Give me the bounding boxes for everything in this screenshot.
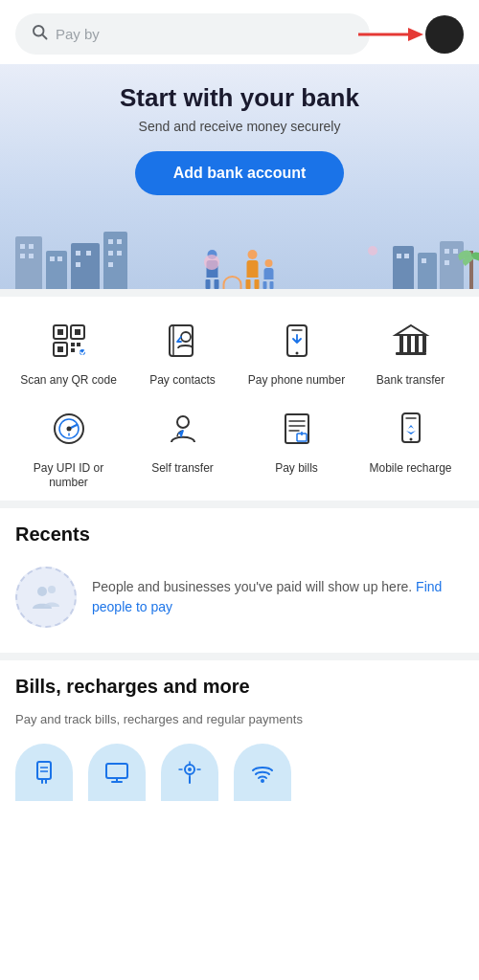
broadband-icon	[88, 744, 146, 801]
action-pay-contacts-label: Pay contacts	[149, 373, 216, 389]
svg-point-40	[37, 587, 47, 596]
city-buildings-left	[15, 222, 130, 289]
contacts-icon	[158, 316, 208, 366]
action-pay-bills-label: Pay bills	[275, 461, 318, 477]
location-icon	[161, 744, 218, 801]
divider-1	[0, 289, 479, 297]
svg-rect-5	[57, 329, 63, 335]
red-arrow-annotation	[358, 25, 425, 44]
bills-icons-row	[15, 744, 464, 816]
palm-tree	[469, 251, 473, 289]
recents-avatar-placeholder	[15, 567, 77, 628]
banner-title: Start with your bank	[15, 83, 464, 113]
svg-rect-42	[37, 762, 51, 779]
banner-illustration	[15, 212, 464, 289]
search-bar-container: Pay by	[0, 0, 479, 64]
quick-actions-section: Scan any QR code Pay contacts	[0, 297, 479, 501]
svg-rect-23	[407, 335, 411, 352]
svg-rect-22	[399, 335, 403, 352]
svg-rect-11	[77, 343, 80, 346]
action-pay-contacts[interactable]: Pay contacts	[129, 316, 236, 389]
svg-rect-24	[415, 335, 419, 352]
svg-rect-10	[71, 343, 75, 346]
recents-title: Recents	[15, 523, 464, 546]
banner-section: Start with your bank Send and receive mo…	[0, 64, 479, 289]
divider-3	[0, 653, 479, 660]
svg-rect-26	[396, 352, 426, 355]
bills-title: Bills, recharges and more	[15, 676, 464, 698]
self-transfer-icon	[158, 404, 208, 454]
svg-rect-25	[422, 335, 426, 352]
bills-section: Bills, recharges and more Pay and track …	[0, 660, 479, 826]
recents-empty-state: People and businesses you've paid will s…	[15, 559, 464, 643]
accent-dot-1	[204, 255, 219, 270]
action-self-transfer[interactable]: Self transfer	[129, 404, 236, 491]
action-pay-phone-label: Pay phone number	[248, 373, 345, 389]
bank-icon	[386, 316, 436, 366]
svg-marker-21	[396, 325, 426, 335]
svg-marker-3	[408, 28, 423, 41]
actions-grid: Scan any QR code Pay contacts	[15, 316, 464, 491]
phone-icon	[272, 316, 322, 366]
svg-point-17	[181, 332, 191, 342]
add-bank-button[interactable]: Add bank account	[135, 151, 345, 195]
svg-line-1	[42, 34, 46, 38]
action-pay-bills[interactable]: Pay bills	[243, 404, 350, 491]
svg-rect-7	[75, 329, 80, 335]
bill-electricity[interactable]	[15, 744, 73, 801]
action-scan-qr[interactable]: Scan any QR code	[15, 316, 122, 389]
action-mobile-recharge[interactable]: Mobile recharge	[357, 404, 464, 491]
action-pay-upi[interactable]: Pay UPI ID or number	[15, 404, 122, 491]
recents-section: Recents People and businesses you've pai…	[0, 508, 479, 653]
svg-point-20	[295, 352, 298, 355]
accent-dot-2	[368, 246, 377, 256]
svg-point-49	[188, 768, 192, 771]
upi-icon	[44, 404, 94, 454]
svg-point-30	[177, 416, 189, 428]
divider-2	[0, 501, 479, 508]
search-placeholder: Pay by	[56, 26, 354, 42]
avatar[interactable]	[425, 15, 464, 54]
svg-rect-45	[106, 764, 127, 778]
action-self-transfer-label: Self transfer	[151, 461, 214, 477]
svg-rect-12	[71, 348, 75, 352]
bills-subtitle: Pay and track bills, recharges and regul…	[15, 711, 464, 728]
svg-point-50	[261, 779, 264, 783]
bill-wifi[interactable]	[234, 744, 291, 801]
action-pay-phone[interactable]: Pay phone number	[243, 316, 350, 389]
city-buildings-right	[387, 222, 464, 289]
bill-broadband[interactable]	[88, 744, 146, 801]
svg-point-41	[48, 586, 56, 593]
svg-point-29	[66, 426, 71, 431]
search-bar[interactable]: Pay by	[15, 13, 370, 55]
action-bank-transfer[interactable]: Bank transfer	[357, 316, 464, 389]
bills-icon	[272, 404, 322, 454]
action-mobile-recharge-label: Mobile recharge	[369, 461, 451, 477]
action-scan-qr-label: Scan any QR code	[20, 373, 117, 389]
recents-empty-text: People and businesses you've paid will s…	[92, 577, 464, 617]
banner-subtitle: Send and receive money securely	[15, 119, 464, 134]
search-icon	[31, 23, 48, 45]
wifi-icon	[234, 744, 291, 801]
mobile-recharge-icon	[386, 404, 436, 454]
bill-location[interactable]	[161, 744, 218, 801]
action-bank-transfer-label: Bank transfer	[376, 373, 445, 389]
qr-icon	[44, 316, 94, 366]
electricity-icon	[15, 744, 73, 801]
action-pay-upi-label: Pay UPI ID or number	[15, 461, 122, 491]
svg-rect-9	[57, 346, 63, 352]
svg-point-39	[409, 437, 412, 440]
